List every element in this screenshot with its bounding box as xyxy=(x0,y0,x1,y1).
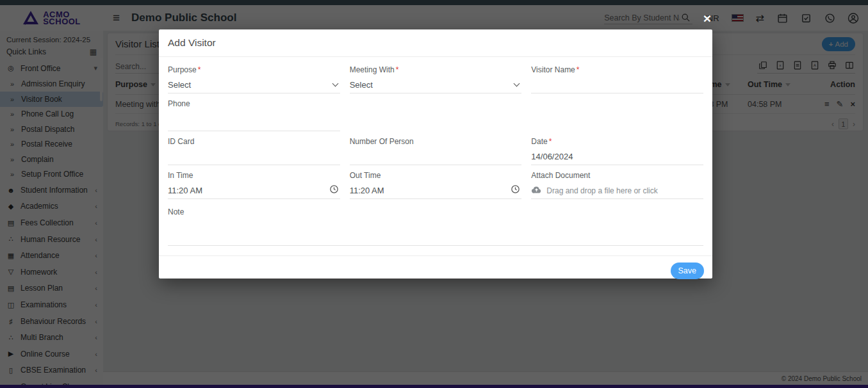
in-time-input[interactable] xyxy=(168,186,329,195)
field-phone: Phone xyxy=(168,99,340,131)
purpose-select[interactable]: Select xyxy=(168,77,340,93)
cloud-upload-icon xyxy=(531,185,542,197)
field-purpose: Purpose* Select xyxy=(168,65,340,93)
chevron-down-icon xyxy=(514,81,520,87)
file-dropzone[interactable]: Drag and drop a file here or click xyxy=(531,182,703,199)
modal-title: Add Visitor xyxy=(159,29,712,57)
field-out-time: Out Time xyxy=(350,171,522,199)
required-mark: * xyxy=(198,65,201,74)
visitor-name-input[interactable] xyxy=(531,80,703,90)
chevron-down-icon xyxy=(332,81,338,87)
field-in-time: In Time xyxy=(168,171,340,199)
id-card-input[interactable] xyxy=(168,152,340,161)
clock-icon[interactable] xyxy=(511,184,520,197)
note-input[interactable] xyxy=(168,227,703,237)
meeting-with-select[interactable]: Select xyxy=(350,77,522,93)
save-button[interactable]: Save xyxy=(671,263,705,279)
field-attach-document: Attach Document Drag and drop a file her… xyxy=(531,171,703,199)
add-visitor-modal: × Add Visitor Purpose* Select Meeting Wi… xyxy=(159,29,712,279)
required-mark: * xyxy=(396,65,399,74)
field-id-card: ID Card xyxy=(168,137,340,165)
field-visitor-name: Visitor Name* xyxy=(531,65,703,93)
required-mark: * xyxy=(577,65,580,74)
clock-icon[interactable] xyxy=(329,184,339,197)
field-number-of-person: Number Of Person xyxy=(350,137,522,165)
field-note: Note xyxy=(168,207,703,246)
number-of-person-input[interactable] xyxy=(350,152,522,161)
required-mark: * xyxy=(549,137,552,146)
field-date: Date* xyxy=(531,137,703,165)
phone-input[interactable] xyxy=(168,117,340,127)
field-meeting-with: Meeting With* Select xyxy=(350,65,522,93)
date-input[interactable] xyxy=(531,152,703,161)
out-time-input[interactable] xyxy=(350,186,511,195)
modal-close-button[interactable]: × xyxy=(703,12,711,25)
app-screen: ACMOSCHOOL ≡ Demo Public School INR ⇄ xyxy=(0,0,868,388)
